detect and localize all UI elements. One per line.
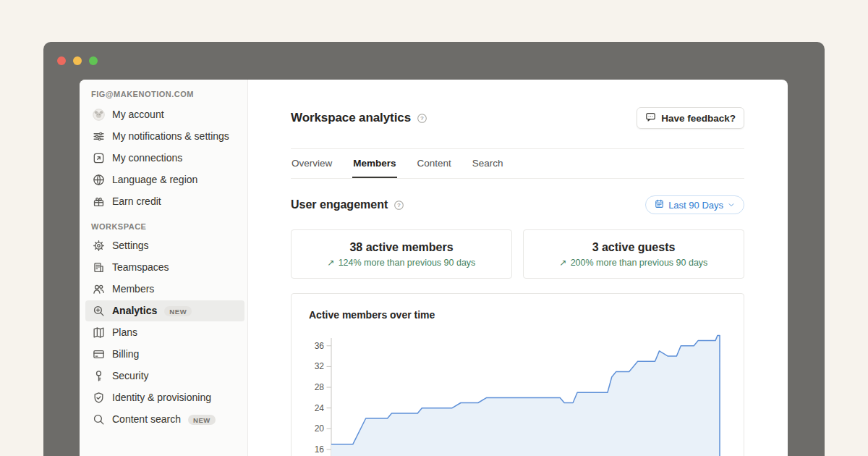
sidebar-item-label: Settings <box>112 238 149 253</box>
sidebar-item-label: Analytics <box>112 303 157 318</box>
magnifier-plus-icon <box>93 305 105 317</box>
have-feedback-button[interactable]: Have feedback? <box>637 107 744 129</box>
analytics-main: Workspace analytics ? Have feedback? Ove… <box>248 80 788 456</box>
sidebar-item-label: Security <box>112 368 149 384</box>
stat-card: 38 active members ↗ 124% more than previ… <box>291 229 512 279</box>
workspace-section-heading: WORKSPACE <box>80 222 247 231</box>
minimize-window-button[interactable] <box>73 56 82 65</box>
workspace-nav: Settings Teamspaces Members Analytics NE… <box>80 235 247 430</box>
svg-text:20: 20 <box>315 423 325 434</box>
sidebar-item-identity-provisioning[interactable]: Identity & provisioning <box>85 387 244 408</box>
main-header: Workspace analytics ? Have feedback? <box>291 107 744 129</box>
app-window: FIG@MAKENOTION.COM My account My notific… <box>43 42 825 456</box>
building-icon <box>93 261 105 274</box>
date-range-dropdown[interactable]: Last 90 Days <box>645 195 744 214</box>
active-members-area-chart: 363228242016 <box>309 331 726 456</box>
sidebar-item-plans[interactable]: Plans <box>85 322 244 343</box>
chart-title: Active members over time <box>309 309 726 321</box>
close-window-button[interactable] <box>57 56 66 65</box>
sidebar-item-settings[interactable]: Settings <box>85 235 244 256</box>
svg-text:32: 32 <box>315 361 325 371</box>
arrow-up-right-box-icon <box>93 152 105 164</box>
svg-text:?: ? <box>420 115 424 122</box>
search-icon <box>93 413 105 426</box>
stat-card: 3 active guests ↗ 200% more than previou… <box>523 229 744 279</box>
gift-icon <box>93 195 105 208</box>
active-members-chart-card: Active members over time 363228242016 <box>291 293 744 456</box>
map-icon <box>93 326 105 339</box>
sidebar-item-label: Members <box>112 282 154 297</box>
globe-icon <box>93 174 105 186</box>
page-background: FIG@MAKENOTION.COM My account My notific… <box>0 0 868 456</box>
sidebar-item-label: Earn credit <box>112 194 161 209</box>
analytics-tabs: OverviewMembersContentSearch <box>291 148 744 179</box>
help-icon[interactable]: ? <box>393 200 404 211</box>
trend-up-icon: ↗ <box>328 258 335 267</box>
sidebar-item-label: Identity & provisioning <box>112 390 211 405</box>
engagement-section-title: User engagement ? <box>291 198 404 211</box>
svg-text:36: 36 <box>315 341 325 351</box>
stat-card-delta-text: 200% more than previous 90 days <box>571 258 708 268</box>
trend-up-icon: ↗ <box>560 258 567 267</box>
stat-card-title: 3 active guests <box>592 241 676 254</box>
sidebar-item-label: Content search <box>112 412 181 427</box>
sidebar-item-my-connections[interactable]: My connections <box>85 148 244 169</box>
window-titlebar <box>43 42 825 80</box>
sidebar-item-label: My notifications & settings <box>112 129 229 144</box>
calendar-icon <box>655 199 664 211</box>
svg-text:24: 24 <box>315 403 325 413</box>
svg-text:16: 16 <box>315 444 325 455</box>
sidebar-item-label: My account <box>112 107 164 122</box>
date-range-label: Last 90 Days <box>668 200 723 211</box>
account-email-label: FIG@MAKENOTION.COM <box>80 90 247 98</box>
tab-members[interactable]: Members <box>352 158 396 178</box>
feedback-bubble-icon <box>645 111 656 124</box>
sidebar-item-language-region[interactable]: Language & region <box>85 169 244 190</box>
account-nav: My account My notifications & settings M… <box>80 104 247 212</box>
page-title-text: Workspace analytics <box>291 111 411 125</box>
sidebar-item-label: My connections <box>112 151 182 166</box>
sidebar-item-label: Billing <box>112 347 139 362</box>
shield-check-icon <box>93 392 105 404</box>
tab-content[interactable]: Content <box>417 158 452 178</box>
people-icon <box>93 283 105 295</box>
sidebar-item-label: Plans <box>112 325 137 340</box>
sidebar-item-security[interactable]: Security <box>85 366 244 387</box>
sidebar-item-billing[interactable]: Billing <box>85 344 244 365</box>
feedback-button-label: Have feedback? <box>661 113 736 124</box>
sidebar-item-label: Language & region <box>112 172 197 187</box>
svg-text:?: ? <box>397 202 401 208</box>
settings-panel: FIG@MAKENOTION.COM My account My notific… <box>80 80 788 456</box>
avatar-icon <box>93 109 105 121</box>
settings-sidebar: FIG@MAKENOTION.COM My account My notific… <box>80 80 248 456</box>
sidebar-item-content-search[interactable]: Content search NEW <box>85 409 244 430</box>
chevron-down-icon <box>728 200 735 211</box>
sidebar-item-teamspaces[interactable]: Teamspaces <box>85 257 244 278</box>
credit-card-icon <box>93 348 105 360</box>
stat-card-delta: ↗ 200% more than previous 90 days <box>560 258 708 268</box>
stat-card-delta: ↗ 124% more than previous 90 days <box>328 258 476 268</box>
stat-card-delta-text: 124% more than previous 90 days <box>339 258 476 268</box>
gear-icon <box>93 240 105 252</box>
sidebar-item-analytics[interactable]: Analytics NEW <box>85 300 244 321</box>
sidebar-item-label: Teamspaces <box>112 260 169 275</box>
sidebar-item-my-notifications-settings[interactable]: My notifications & settings <box>85 126 244 147</box>
sidebar-item-earn-credit[interactable]: Earn credit <box>85 191 244 212</box>
tab-overview[interactable]: Overview <box>291 158 333 178</box>
engagement-title-text: User engagement <box>291 198 388 211</box>
svg-text:28: 28 <box>315 382 325 392</box>
zoom-window-button[interactable] <box>89 56 98 65</box>
key-icon <box>93 370 105 382</box>
new-badge: NEW <box>188 415 216 425</box>
new-badge: NEW <box>164 306 192 316</box>
stat-cards-row: 38 active members ↗ 124% more than previ… <box>291 229 744 279</box>
stat-card-title: 38 active members <box>349 241 453 254</box>
page-title: Workspace analytics ? <box>291 111 427 125</box>
sliders-icon <box>93 130 105 143</box>
sidebar-item-members[interactable]: Members <box>85 279 244 300</box>
sidebar-item-my-account[interactable]: My account <box>85 104 244 125</box>
help-icon[interactable]: ? <box>417 113 427 124</box>
engagement-header: User engagement ? Last 90 Days <box>291 195 744 214</box>
tab-search[interactable]: Search <box>472 158 504 178</box>
